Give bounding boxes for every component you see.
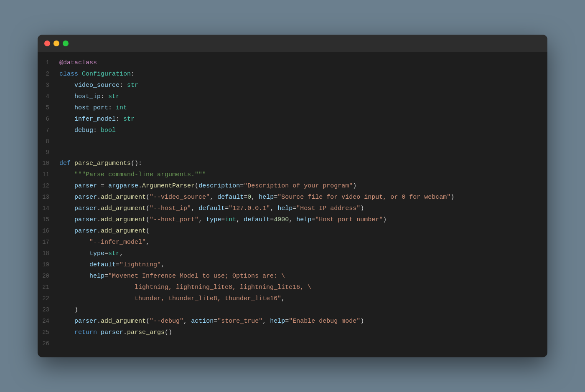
code-line-24: 24 parser.add_argument("--debug", action… — [38, 316, 547, 327]
maximize-button[interactable] — [63, 40, 69, 46]
code-text: return parser.parse_args() — [59, 327, 539, 338]
code-line-19: 19 default="lightning", — [38, 259, 547, 271]
line-number: 19 — [38, 259, 59, 270]
code-text: @dataclass — [59, 58, 539, 68]
code-text: class Configuration: — [59, 69, 539, 80]
code-line-6: 6 infer_model: str — [38, 114, 547, 125]
code-line-20: 20 help="Movenet Inference Model to use;… — [38, 271, 547, 282]
line-number: 15 — [38, 214, 59, 225]
code-line-2: 2 class Configuration: — [38, 68, 547, 80]
line-number: 6 — [38, 114, 59, 124]
line-number: 5 — [38, 102, 59, 113]
code-text: parser.add_argument("--host_port", type=… — [59, 215, 539, 225]
code-line-16: 16 parser.add_argument( — [38, 225, 547, 237]
line-number: 12 — [38, 180, 59, 191]
line-number: 16 — [38, 225, 59, 236]
code-text: type=str, — [59, 248, 539, 259]
close-button[interactable] — [44, 40, 50, 46]
line-number: 13 — [38, 192, 59, 202]
line-number: 20 — [38, 271, 59, 281]
code-text: parser.add_argument("--host_ip", default… — [59, 203, 539, 214]
line-number: 22 — [38, 293, 59, 304]
code-text: def parse_arguments(): — [59, 158, 539, 169]
line-number: 9 — [38, 147, 59, 158]
line-number: 8 — [38, 136, 59, 147]
code-line-8: 8 — [38, 136, 547, 147]
line-number: 11 — [38, 169, 59, 180]
line-number: 18 — [38, 248, 59, 259]
line-number: 14 — [38, 203, 59, 214]
code-text: "--infer_model", — [59, 237, 539, 248]
line-number: 1 — [38, 57, 59, 68]
code-line-3: 3 video_source: str — [38, 80, 547, 91]
code-line-4: 4 host_ip: str — [38, 91, 547, 102]
code-line-15: 15 parser.add_argument("--host_port", ty… — [38, 214, 547, 225]
titlebar — [38, 35, 547, 52]
code-text: host_port: int — [59, 103, 539, 114]
minimize-button[interactable] — [53, 40, 59, 46]
code-line-7: 7 debug: bool — [38, 125, 547, 136]
code-line-9: 9 — [38, 147, 547, 158]
code-line-22: 22 thunder, thunder_lite8, thunder_lite1… — [38, 293, 547, 304]
code-line-12: 12 parser = argparse.ArgumentParser(desc… — [38, 180, 547, 192]
code-text: thunder, thunder_lite8, thunder_lite16", — [59, 293, 539, 304]
code-line-1: 1 @dataclass — [38, 57, 547, 68]
code-line-18: 18 type=str, — [38, 248, 547, 259]
code-editor-window: 1 @dataclass 2 class Configuration: 3 vi… — [38, 35, 547, 357]
code-text: """Parse command-line arguments.""" — [59, 169, 539, 180]
code-line-17: 17 "--infer_model", — [38, 237, 547, 248]
code-text: ) — [59, 305, 539, 316]
code-line-25: 25 return parser.parse_args() — [38, 327, 547, 338]
line-number: 21 — [38, 282, 59, 293]
code-text: video_source: str — [59, 80, 539, 91]
code-text: default="lightning", — [59, 260, 539, 271]
code-line-23: 23 ) — [38, 304, 547, 316]
code-text: debug: bool — [59, 125, 539, 136]
code-line-14: 14 parser.add_argument("--host_ip", defa… — [38, 203, 547, 214]
code-line-5: 5 host_port: int — [38, 102, 547, 114]
line-number: 24 — [38, 316, 59, 326]
code-text: help="Movenet Inference Model to use; Op… — [59, 271, 539, 282]
code-line-11: 11 """Parse command-line arguments.""" — [38, 169, 547, 180]
line-number: 3 — [38, 80, 59, 91]
code-line-10: 10 def parse_arguments(): — [38, 158, 547, 169]
code-text: infer_model: str — [59, 114, 539, 125]
line-number: 26 — [38, 338, 59, 349]
code-text: parser.add_argument("--video_source", de… — [59, 192, 539, 203]
line-number: 10 — [38, 158, 59, 169]
code-text: host_ip: str — [59, 91, 539, 102]
code-line-21: 21 lightning, lightning_lite8, lightning… — [38, 282, 547, 293]
line-number: 23 — [38, 304, 59, 315]
code-text: parser = argparse.ArgumentParser(descrip… — [59, 181, 539, 192]
line-number: 17 — [38, 237, 59, 248]
code-text: parser.add_argument( — [59, 226, 539, 237]
code-line-13: 13 parser.add_argument("--video_source",… — [38, 192, 547, 203]
line-number: 25 — [38, 327, 59, 338]
code-text: parser.add_argument("--debug", action="s… — [59, 316, 539, 327]
line-number: 2 — [38, 68, 59, 79]
line-number: 7 — [38, 125, 59, 136]
code-line-26: 26 — [38, 338, 547, 349]
line-number: 4 — [38, 91, 59, 102]
code-text: lightning, lightning_lite8, lightning_li… — [59, 282, 539, 293]
code-editor: 1 @dataclass 2 class Configuration: 3 vi… — [38, 52, 547, 357]
